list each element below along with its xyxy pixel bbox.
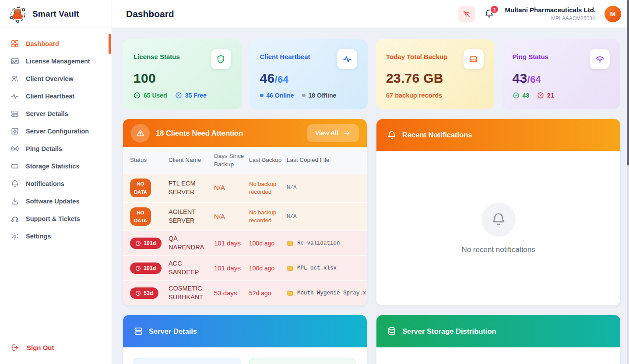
attention-header: 18 Clients Need Attention View All [123, 119, 367, 147]
status-badge: 53d [130, 287, 158, 299]
sidebar-item-label: Storage Statistics [26, 163, 80, 170]
client-name: COSMETIC SUBHKANT [169, 281, 214, 304]
days-since-backup: 53 days [214, 286, 249, 301]
sidebar-item-server-details[interactable]: Server Details [0, 105, 112, 122]
avatar[interactable]: M [604, 6, 621, 22]
topbar: Dashboard 1 Multani Pharmaceuticals Ltd.… [112, 0, 629, 28]
table-row[interactable]: NO DATAFTL ECM SERVERN/ANo backup record… [123, 174, 367, 202]
download-icon [11, 197, 19, 206]
status-badge: 101d [130, 262, 162, 274]
days-since-backup: 101 days [214, 236, 249, 251]
sidebar-item-server-configuration[interactable]: Server Configuration [0, 122, 112, 140]
brand: Smart Vault [0, 0, 112, 28]
clients-online: 46 Online [260, 92, 294, 99]
headphones-icon [11, 214, 19, 223]
sidebar-item-settings[interactable]: Settings [0, 228, 112, 245]
ping-status-title: Ping Status [513, 49, 549, 60]
storage-distribution-panel: Server Storage Distribution [376, 315, 620, 364]
status-badge: NO DATA [130, 207, 151, 226]
sidebar-item-dashboard[interactable]: Dashboard [0, 35, 112, 52]
notifications-bell-button[interactable]: 1 [484, 9, 494, 19]
wifi-off-button[interactable] [458, 6, 475, 22]
clients-offline: 18 Offline [302, 92, 337, 99]
page-scrollbar[interactable] [627, 0, 629, 364]
sidebar: Smart Vault DashboardLicense ManagementC… [0, 0, 112, 364]
sidebar-item-label: Notifications [26, 180, 64, 187]
last-copied-file: Re-validation [287, 237, 367, 250]
stats-row: License Status 100 65 Used 35 [123, 39, 620, 109]
recent-notifications-panel: Recent Notifications No recent notificat… [376, 119, 620, 305]
sign-out-label: Sign Out [27, 344, 54, 351]
notifications-header: Recent Notifications [376, 119, 620, 151]
sidebar-item-client-heartbeat[interactable]: Client Heartbeat [0, 88, 112, 105]
attention-table-header: Status Client Name Days Since Backup Las… [123, 147, 367, 174]
days-since-backup: N/A [214, 209, 249, 224]
company-info: Multani Pharmaceuticals Ltd. MPLAAACM250… [505, 6, 596, 21]
sidebar-item-label: Server Configuration [26, 128, 89, 135]
table-row[interactable]: 101dQA NARENDRA101 days100d agoRe-valida… [123, 231, 367, 256]
clock-icon [135, 241, 141, 246]
attention-table-body: NO DATAFTL ECM SERVERN/ANo backup record… [123, 174, 367, 305]
table-row[interactable]: 53dCOSMETIC SUBHKANT53 days52d agoMouth … [123, 280, 367, 305]
broadcast-icon [11, 144, 19, 153]
sidebar-item-label: Ping Details [26, 145, 62, 152]
days-since-backup: N/A [214, 180, 249, 195]
storage-distribution-header: Server Storage Distribution [376, 315, 620, 347]
table-row[interactable]: 101dACC SANDEEP101 days100d agoMPL oct.x… [123, 256, 367, 280]
server-details-header: Server Details [123, 315, 367, 347]
id-card-icon [11, 57, 19, 66]
client-heartbeat-card[interactable]: Client Heartbeat 46/64 46 Online 18 Offl… [249, 39, 368, 109]
server-icon [134, 326, 143, 336]
sidebar-item-notifications[interactable]: Notifications [0, 175, 112, 192]
client-name: QA NARENDRA [169, 231, 214, 255]
dashboard-content: License Status 100 65 Used 35 [112, 28, 629, 364]
ping-count: 43/64 [513, 71, 610, 86]
sidebar-item-support-tickets[interactable]: Support & Tickets [0, 210, 112, 228]
license-status-card[interactable]: License Status 100 65 Used 35 [123, 39, 242, 109]
attention-title: 18 Clients Need Attention [156, 129, 301, 137]
alert-triangle-icon [131, 124, 150, 143]
table-row[interactable]: NO DATAAGILENT SERVERN/ANo backup record… [123, 202, 367, 231]
today-backup-card[interactable]: Today Total Backup 23.76 GB 67 backup re… [376, 39, 494, 109]
ping-status-card[interactable]: Ping Status 43/64 43 21 [502, 39, 621, 109]
last-backup: 100d ago [249, 261, 287, 276]
users-icon [11, 74, 19, 83]
sidebar-item-software-updates[interactable]: Software Updates [0, 192, 112, 210]
sidebar-footer: Sign Out [0, 331, 112, 364]
heartbeat-count: 46/64 [260, 71, 358, 86]
last-copied-file: N/A [287, 181, 367, 195]
backup-total: 23.76 GB [386, 71, 484, 86]
sidebar-item-storage-statistics[interactable]: Storage Statistics [0, 158, 112, 175]
company-name: Multani Pharmaceuticals Ltd. [505, 6, 596, 14]
server-icon [11, 109, 19, 118]
last-backup: No backup recorded [249, 177, 287, 199]
client-heartbeat-title: Client Heartbeat [260, 49, 310, 60]
license-status-title: License Status [134, 49, 180, 60]
app-root: Smart Vault DashboardLicense ManagementC… [0, 0, 629, 364]
client-name: ACC SANDEEP [169, 256, 214, 280]
sidebar-item-label: Support & Tickets [26, 215, 80, 222]
license-count: 100 [134, 71, 231, 86]
sign-out-button[interactable]: Sign Out [11, 343, 100, 352]
server-cog-icon [11, 127, 19, 136]
sidebar-item-label: Software Updates [26, 198, 79, 205]
folder-icon [287, 240, 294, 247]
client-name: FTL ECM SERVER [169, 176, 214, 200]
col-last-copied-file: Last Copied File [287, 153, 367, 168]
days-since-backup: 101 days [214, 261, 249, 276]
attention-table: Status Client Name Days Since Backup Las… [123, 147, 367, 305]
hard-drive-icon [11, 162, 19, 171]
sidebar-item-ping-details[interactable]: Ping Details [0, 140, 112, 158]
grid-icon [11, 39, 19, 48]
scrollbar-thumb[interactable] [627, 0, 629, 165]
view-all-button[interactable]: View All [307, 124, 359, 142]
last-copied-file: Mouth Hygenie Spray.xlsx [287, 287, 367, 300]
clock-icon [135, 290, 141, 296]
sidebar-item-client-overview[interactable]: Client Overview [0, 70, 112, 88]
activity-icon [11, 92, 19, 101]
last-copied-file: MPL oct.xlsx [287, 262, 367, 275]
ping-success: 43 [513, 92, 530, 99]
total-hdd-card: Total HDD [249, 358, 357, 364]
sidebar-item-license-management[interactable]: License Management [0, 52, 112, 70]
topbar-actions: 1 Multani Pharmaceuticals Ltd. MPLAAACM2… [458, 6, 621, 22]
